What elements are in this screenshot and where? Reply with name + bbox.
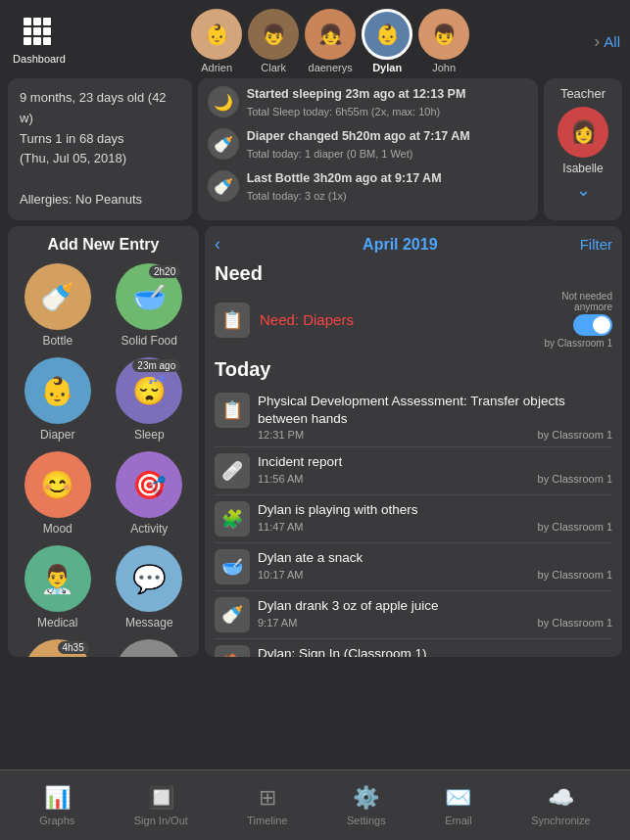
synchronize-icon: ☁️ [548,785,574,811]
avatar-name-dylan: Dylan [372,62,402,73]
graphs-icon: 📊 [44,785,71,811]
activity-item[interactable]: 🩹Incident report11:56 AMby Classroom 1 [215,447,612,495]
email-icon: ✉️ [445,785,471,811]
entry-sleep[interactable]: 😴23m agoSleep [108,357,192,442]
bottom-nav-graphs[interactable]: 📊Graphs [39,785,74,826]
avatar-name-clark: Clark [261,62,286,73]
entry-grid: 🍼Bottle🥣2h20Solid Food👶Diaper😴23m agoSle… [16,263,191,657]
entry-label: Sleep [134,428,165,442]
bottom-nav-email[interactable]: ✉️Email [445,785,472,826]
avatar-dylan[interactable]: 👶Dylan [362,9,412,73]
sign in/out-icon: 🔲 [148,785,174,811]
activity-icon: 🩹 [215,453,250,489]
teacher-panel: Teacher 👩 Isabelle ⌄ [544,78,622,220]
avatar-name-john: John [432,62,456,73]
avatar-daenerys[interactable]: 👧daenerys [305,9,356,73]
activity-item[interactable]: 🥣Dylan ate a snack10:17 AMby Classroom 1 [215,543,612,591]
avatar-circle-john: 👦 [418,9,469,60]
teacher-chevron-icon[interactable]: ⌄ [576,179,591,201]
activity-time: 10:17 AM [258,569,303,581]
activity-title: Dylan drank 3 oz of apple juice [258,597,612,615]
activity-icon: 🏠 [215,645,250,657]
feed-icon: 🍼 [208,170,239,202]
need-section-heading: Need [215,262,612,285]
entry-mood[interactable]: 😊Mood [16,451,100,536]
feed-item: 🍼Diaper changed 5h20m ago at 7:17 AMTota… [208,128,528,163]
activity-time: 11:56 AM [258,473,303,485]
chevron-right-icon[interactable]: › [594,31,600,52]
feed-item: 🍼Last Bottle 3h20m ago at 9:17 AMTotal t… [208,170,528,205]
activity-title: Dylan ate a snack [258,549,612,567]
activity-icon: 🥣 [215,549,250,584]
entry-photo[interactable]: 📷Photo [108,639,192,657]
bottom-nav-synchronize[interactable]: ☁️Synchronize [531,785,591,826]
activity-item[interactable]: 🧩Dylan is playing with others11:47 AMby … [215,495,612,543]
activity-item[interactable]: 🏠Dylan: Sign In (Classroom 1)8:02 AMby C… [215,639,612,657]
right-panel: ‹ April 2019 Filter Need 📋 Need: Diapers… [205,226,622,657]
entry-circle: 😴23m ago [116,357,182,424]
entry-circle: 🍼 [24,263,91,330]
need-classroom-label: by Classroom 1 [545,338,612,349]
prev-month-button[interactable]: ‹ [215,234,220,255]
not-needed-toggle[interactable] [573,314,612,336]
activity-time: 9:17 AM [258,617,297,629]
avatar-adrien[interactable]: 👶Adrien [191,9,242,73]
bottom-nav-sign-in-out[interactable]: 🔲Sign In/Out [134,785,188,826]
avatar-circle-clark: 👦 [248,9,299,60]
activity-item[interactable]: 📋Physical Development Assessment: Transf… [215,387,612,447]
need-text: Need: Diapers [260,311,535,328]
need-icon: 📋 [215,303,250,338]
sign in/out-label: Sign In/Out [134,815,188,826]
graphs-label: Graphs [39,815,74,826]
entry-label: Activity [130,522,168,536]
activity-title: Dylan: Sign In (Classroom 1) [258,645,612,657]
child-dob: (Thu, Jul 05, 2018) [20,149,180,169]
activity-title: Incident report [258,453,612,471]
entry-circle: 👨‍⚕️ [24,545,91,612]
activity-by: by Classroom 1 [538,569,612,581]
avatar-circle-dylan: 👶 [362,9,412,60]
activity-content: Incident report11:56 AMby Classroom 1 [258,453,612,485]
activity-meta: 11:56 AMby Classroom 1 [258,473,612,485]
timeline-label: Timeline [247,815,287,826]
entry-bottle[interactable]: 🍼Bottle [16,263,100,348]
activity-item[interactable]: 🍼Dylan drank 3 oz of apple juice9:17 AMb… [215,591,612,639]
feed-icon: 🍼 [208,128,239,160]
activity-icon: 🍼 [215,597,250,632]
child-age: 9 months, 23 days old (42 w) [20,88,180,129]
entry-circle: 👶 [24,357,91,424]
entry-circle: 📷 [116,639,182,657]
entry-message[interactable]: 💬Message [108,545,192,630]
main-content: Add New Entry 🍼Bottle🥣2h20Solid Food👶Dia… [8,226,622,657]
activity-meta: 11:47 AMby Classroom 1 [258,521,612,533]
entry-label: Mood [43,522,73,536]
entry-check-in---out[interactable]: 🕐4h35Check In / Out [16,639,100,657]
avatar-name-daenerys: daenerys [309,62,353,73]
teacher-avatar[interactable]: 👩 [557,107,608,158]
avatar-list: 👶Adrien👦Clark👧daenerys👶Dylan👦John [69,9,592,73]
activity-time: 11:47 AM [258,521,303,533]
activity-feed-card: 🌙Started sleeping 23m ago at 12:13 PMTot… [198,78,538,220]
entry-circle: 😊 [24,451,91,518]
entry-solid-food[interactable]: 🥣2h20Solid Food [108,263,192,348]
avatar-clark[interactable]: 👦Clark [248,9,299,73]
entry-badge: 23m ago [132,359,180,372]
feed-item: 🌙Started sleeping 23m ago at 12:13 PMTot… [208,86,528,120]
avatar-john[interactable]: 👦John [418,9,469,73]
settings-icon: ⚙️ [353,785,379,811]
entry-diaper[interactable]: 👶Diaper [16,357,100,442]
entry-medical[interactable]: 👨‍⚕️Medical [16,545,100,630]
all-button[interactable]: All [604,33,620,50]
avatar-circle-daenerys: 👧 [305,9,356,60]
bottom-nav-settings[interactable]: ⚙️Settings [347,785,386,826]
activity-icon: 🧩 [215,501,250,537]
activity-meta: 9:17 AMby Classroom 1 [258,617,612,629]
bottom-nav-timeline[interactable]: ⊞Timeline [247,785,287,826]
entry-label: Solid Food [121,334,177,348]
entry-activity[interactable]: 🎯Activity [108,451,192,536]
toggle-label: Not neededanymore [561,291,612,312]
entry-circle: 💬 [116,545,182,612]
dashboard-button[interactable]: Dashboard [10,18,69,65]
activity-time: 12:31 PM [258,429,304,441]
filter-button[interactable]: Filter [580,236,612,253]
